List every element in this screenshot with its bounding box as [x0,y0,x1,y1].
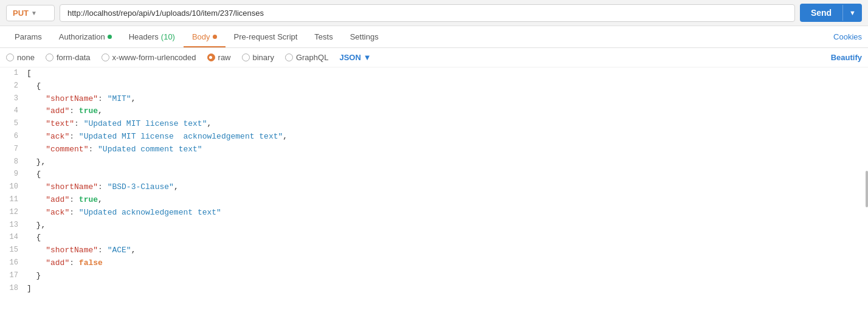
radio-none[interactable]: none [6,53,35,62]
table-row: 2 { [0,80,868,93]
line-content: "shortName": "MIT", [24,93,868,106]
radio-urlencoded[interactable]: x-www-form-urlencoded [102,53,196,62]
radio-form-data-dot [46,53,53,61]
tab-authorization-label: Authorization [59,32,105,41]
radio-urlencoded-label: x-www-form-urlencoded [112,53,196,62]
line-number: 4 [0,105,24,118]
table-row: 6 "ack": "Updated MIT license acknowledg… [0,131,868,143]
table-row: 18] [0,283,868,295]
line-number: 12 [0,207,24,219]
line-number: 8 [0,156,24,169]
line-number: 2 [0,80,24,93]
line-content: "text": "Updated MIT license text", [24,118,868,131]
tab-headers[interactable]: Headers (10) [120,26,184,47]
line-content: "add": true, [24,105,868,118]
line-number: 14 [0,232,24,244]
tab-tests-label: Tests [314,32,332,41]
tab-settings-label: Settings [350,32,379,41]
radio-graphql-dot [285,53,293,61]
line-content: }, [24,219,868,232]
line-number: 16 [0,257,24,270]
send-button[interactable]: Send ▼ [800,4,862,22]
table-row: 8 }, [0,156,868,169]
tabs-row: Params Authorization Headers (10) Body P… [0,26,868,48]
table-row: 16 "add": false [0,257,868,270]
table-row: 11 "add": true, [0,194,868,207]
radio-raw-dot [207,53,215,61]
method-chevron-icon: ▼ [31,10,37,16]
line-number: 11 [0,194,24,207]
line-number: 5 [0,118,24,131]
radio-graphql-label: GraphQL [296,53,328,62]
tab-settings[interactable]: Settings [342,26,387,47]
body-type-row: none form-data x-www-form-urlencoded raw… [0,48,868,67]
table-row: 12 "ack": "Updated acknowledgement text" [0,207,868,219]
radio-raw[interactable]: raw [207,53,231,62]
line-number: 1 [0,67,24,80]
table-row: 9 { [0,168,868,181]
line-content: "ack": "Updated MIT license acknowledgem… [24,131,868,143]
tab-tests[interactable]: Tests [306,26,341,47]
headers-count: (10) [161,32,175,41]
radio-none-label: none [17,53,35,62]
tab-body[interactable]: Body [184,26,226,47]
radio-raw-label: raw [218,53,231,62]
table-row: 15 "shortName": "ACE", [0,244,868,257]
tab-params[interactable]: Params [6,26,50,47]
table-row: 7 "comment": "Updated comment text" [0,143,868,156]
beautify-button[interactable]: Beautify [831,53,862,62]
table-row: 3 "shortName": "MIT", [0,93,868,106]
table-row: 4 "add": true, [0,105,868,118]
table-row: 5 "text": "Updated MIT license text", [0,118,868,131]
table-row: 1[ [0,67,868,80]
line-number: 9 [0,168,24,181]
line-content: "add": true, [24,194,868,207]
radio-binary-dot [242,53,250,61]
line-number: 6 [0,131,24,143]
url-input[interactable] [60,4,795,22]
body-dot-icon [213,35,217,39]
line-number: 10 [0,181,24,194]
tab-pre-request-label: Pre-request Script [234,32,298,41]
line-content: "shortName": "BSD-3-Clause", [24,181,868,194]
line-content: { [24,80,868,93]
json-type-label: JSON [339,53,360,62]
method-selector[interactable]: PUT ▼ [6,5,55,21]
line-content: { [24,232,868,244]
table-row: 13 }, [0,219,868,232]
line-number: 17 [0,270,24,283]
tab-headers-label: Headers [129,32,159,41]
radio-form-data-label: form-data [57,53,91,62]
radio-binary-label: binary [253,53,274,62]
table-row: 10 "shortName": "BSD-3-Clause", [0,181,868,194]
table-row: 14 { [0,232,868,244]
line-content: "ack": "Updated acknowledgement text" [24,207,868,219]
code-table: 1[2 {3 "shortName": "MIT",4 "add": true,… [0,67,868,295]
method-label: PUT [13,9,29,18]
json-chevron-icon: ▼ [363,53,371,62]
line-content: "add": false [24,257,868,270]
authorization-dot-icon [108,35,112,39]
radio-binary[interactable]: binary [242,53,274,62]
cookies-link[interactable]: Cookies [833,32,862,41]
code-editor[interactable]: 1[2 {3 "shortName": "MIT",4 "add": true,… [0,67,868,298]
line-number: 3 [0,93,24,106]
line-number: 18 [0,283,24,295]
line-content: ] [24,283,868,295]
send-label: Send [800,4,842,22]
radio-urlencoded-dot [102,53,109,61]
send-dropdown-icon[interactable]: ▼ [842,5,862,21]
radio-graphql[interactable]: GraphQL [285,53,328,62]
line-number: 15 [0,244,24,257]
line-content: } [24,270,868,283]
tab-authorization[interactable]: Authorization [50,26,120,47]
line-content: { [24,168,868,181]
table-row: 17 } [0,270,868,283]
line-number: 7 [0,143,24,156]
radio-form-data[interactable]: form-data [46,53,91,62]
radio-none-dot [6,53,14,61]
tab-pre-request[interactable]: Pre-request Script [226,26,306,47]
line-content: [ [24,67,868,80]
request-bar: PUT ▼ Send ▼ [0,0,868,26]
json-type-dropdown[interactable]: JSON ▼ [339,53,371,62]
